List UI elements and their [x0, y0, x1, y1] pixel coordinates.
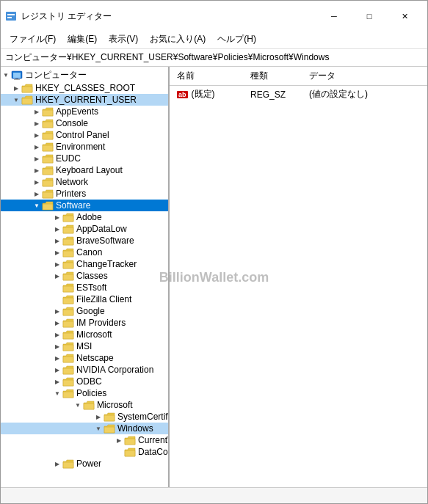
- tree-row-adobe[interactable]: ▶ Adobe: [1, 211, 168, 223]
- expand-hkcr[interactable]: ▶: [11, 85, 21, 92]
- tree-row-appevents[interactable]: ▶ AppEvents: [1, 106, 168, 117]
- tree-row-systemcerts[interactable]: ▶ SystemCertificates: [1, 411, 168, 423]
- tree-row-currentversion[interactable]: ▶ CurrentVersion: [1, 434, 168, 446]
- expand-network[interactable]: ▶: [32, 179, 42, 186]
- tree-row-windows[interactable]: ▼ Windows: [1, 423, 168, 434]
- expand-currentversion[interactable]: ▶: [114, 437, 124, 444]
- appdatalow-label: AppDataLow: [76, 224, 127, 234]
- tree-row-keyboardlayout[interactable]: ▶ Keyboard Layout: [1, 164, 168, 176]
- tree-row-changetracker[interactable]: ▶ ChangeTracker: [1, 258, 168, 270]
- tree-row-netscape[interactable]: ▶ Netscape: [1, 352, 168, 364]
- folder-adobe-icon: [62, 213, 74, 222]
- tree-node-hkcu: ▼ HKEY_CURRENT_USER ▶: [1, 94, 168, 470]
- tree-row-software[interactable]: ▼ Software: [1, 200, 168, 211]
- folder-controlpanel-icon: [42, 131, 54, 140]
- tree-row-filezilla[interactable]: FileZilla Client: [1, 293, 168, 305]
- detail-row-default[interactable]: ab (既定) REG_SZ (値の設定なし): [170, 86, 427, 103]
- hkcu-label: HKEY_CURRENT_USER: [35, 95, 137, 105]
- estsoft-label: ESTsoft: [76, 282, 106, 293]
- ab-icon: ab: [177, 91, 188, 98]
- tree-row-canon[interactable]: ▶ Canon: [1, 246, 168, 258]
- tree-row-network[interactable]: ▶ Network: [1, 176, 168, 188]
- expand-windows[interactable]: ▼: [93, 426, 104, 432]
- tree-row-power[interactable]: ▶ Power: [1, 458, 168, 470]
- expand-nvidia[interactable]: ▶: [52, 367, 62, 373]
- expand-systemcerts[interactable]: ▶: [93, 414, 104, 420]
- tree-row-msi[interactable]: ▶ MSI: [1, 340, 168, 352]
- folder-eudc-icon: [42, 154, 54, 164]
- tree-row-printers[interactable]: ▶ Printers: [1, 188, 168, 200]
- expand-environment[interactable]: ▶: [32, 144, 42, 150]
- tree-row-console[interactable]: ▶ Console: [1, 117, 168, 129]
- maximize-button[interactable]: □: [352, 5, 386, 27]
- menu-favorites[interactable]: お気に入り(A): [144, 32, 211, 47]
- tree-row-improviders[interactable]: ▶ IM Providers: [1, 317, 168, 329]
- close-button[interactable]: ✕: [388, 5, 421, 27]
- expand-changetracker[interactable]: ▶: [52, 261, 62, 268]
- console-label: Console: [56, 118, 88, 128]
- tree-row-classes[interactable]: ▶ Classes: [1, 270, 168, 282]
- menu-edit[interactable]: 編集(E): [62, 32, 103, 47]
- expand-policies[interactable]: ▼: [52, 390, 62, 397]
- expand-bravesoftware[interactable]: ▶: [52, 238, 62, 244]
- expand-appdatalow[interactable]: ▶: [52, 226, 62, 233]
- title-bar: レジストリ エディター ─ □ ✕: [1, 1, 427, 30]
- systemcerts-label: SystemCertificates: [117, 412, 170, 422]
- tree-row-eudc[interactable]: ▶ EUDC: [1, 153, 168, 164]
- expand-classes[interactable]: ▶: [52, 273, 62, 280]
- tree-row-policies[interactable]: ▼ Policies: [1, 387, 168, 399]
- expand-msi[interactable]: ▶: [52, 343, 62, 350]
- expand-eudc[interactable]: ▶: [32, 156, 42, 162]
- tree-row-hkcu[interactable]: ▼ HKEY_CURRENT_USER: [1, 94, 168, 106]
- expand-google[interactable]: ▶: [52, 308, 62, 315]
- canon-label: Canon: [76, 247, 102, 258]
- tree-row-appdatalow[interactable]: ▶ AppDataLow: [1, 223, 168, 235]
- tree-pane[interactable]: ▼ コンピューター ▶: [1, 67, 170, 487]
- expand-canon[interactable]: ▶: [52, 249, 62, 256]
- tree-row-bravesoftware[interactable]: ▶ BraveSoftware: [1, 235, 168, 246]
- odbc-label: ODBC: [76, 376, 102, 387]
- expand-software[interactable]: ▼: [32, 202, 42, 209]
- tree-row-estsoft[interactable]: ESTsoft: [1, 282, 168, 293]
- tree-row-controlpanel[interactable]: ▶ Control Panel: [1, 129, 168, 141]
- folder-hkcu-icon: [21, 95, 33, 105]
- expand-improviders[interactable]: ▶: [52, 320, 62, 326]
- svg-rect-2: [7, 17, 12, 18]
- menu-help[interactable]: ヘルプ(H): [211, 32, 262, 47]
- expand-keyboardlayout[interactable]: ▶: [32, 167, 42, 174]
- tree-row-policies-microsoft[interactable]: ▼ Microsoft: [1, 399, 168, 411]
- tree-row-environment[interactable]: ▶ Environment: [1, 141, 168, 153]
- expand-microsoft-sw[interactable]: ▶: [52, 332, 62, 338]
- tree-row-odbc[interactable]: ▶ ODBC: [1, 376, 168, 387]
- datacollection-label: DataCollection: [138, 447, 170, 457]
- menu-file[interactable]: ファイル(F): [4, 32, 62, 47]
- expand-controlpanel[interactable]: ▶: [32, 132, 42, 139]
- adobe-label: Adobe: [76, 212, 102, 222]
- tree-row-microsoft-sw[interactable]: ▶ Microsoft: [1, 329, 168, 340]
- folder-canon-icon: [62, 248, 74, 258]
- minimize-button[interactable]: ─: [317, 5, 351, 27]
- expand-adobe[interactable]: ▶: [52, 214, 62, 221]
- filezilla-label: FileZilla Client: [76, 294, 131, 304]
- tree-row-hkcr[interactable]: ▶ HKEY_CLASSES_ROOT: [1, 82, 168, 94]
- expand-hkcu[interactable]: ▼: [11, 97, 21, 103]
- expand-power[interactable]: ▶: [52, 461, 62, 467]
- expand-console[interactable]: ▶: [32, 120, 42, 127]
- expand-appevents[interactable]: ▶: [32, 109, 42, 115]
- tree-row-computer[interactable]: ▼ コンピューター: [1, 68, 168, 82]
- col-name: 名前: [173, 68, 246, 84]
- menu-view[interactable]: 表示(V): [103, 32, 144, 47]
- expand-odbc[interactable]: ▶: [52, 379, 62, 385]
- folder-bravesoftware-icon: [62, 236, 74, 246]
- expand-policies-microsoft[interactable]: ▼: [73, 402, 83, 409]
- window-title: レジストリ エディター: [21, 10, 112, 23]
- folder-google-icon: [62, 307, 74, 316]
- classes-label: Classes: [76, 271, 108, 281]
- expand-computer[interactable]: ▼: [1, 72, 11, 78]
- tree-row-nvidia[interactable]: ▶ NVIDIA Corporation: [1, 364, 168, 376]
- tree-row-datacollection[interactable]: DataCollection: [1, 446, 168, 458]
- expand-netscape[interactable]: ▶: [52, 355, 62, 362]
- tree-row-google[interactable]: ▶ Google: [1, 305, 168, 317]
- computer-icon: [11, 70, 23, 81]
- expand-printers[interactable]: ▶: [32, 191, 42, 197]
